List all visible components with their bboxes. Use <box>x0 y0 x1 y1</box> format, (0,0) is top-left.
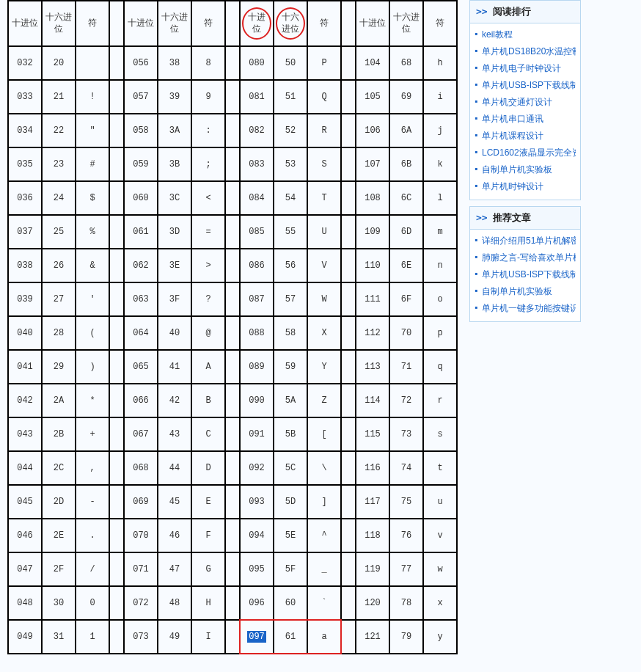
cell-text: 061 <box>133 227 149 237</box>
cell-text: Z <box>321 395 326 406</box>
cell-char: 8 <box>191 46 225 80</box>
cell-hex: 22 <box>42 114 76 147</box>
column-gap <box>225 80 240 114</box>
cell-dec: 080 <box>240 46 274 80</box>
column-gap <box>225 1 240 46</box>
cell-dec: 094 <box>240 519 274 552</box>
cell-text: 48 <box>169 598 180 608</box>
column-gap <box>341 181 356 215</box>
sidebar-link[interactable]: 自制单片机实验板 <box>482 286 552 296</box>
sidebar-link[interactable]: 单片机电子时钟设计 <box>482 63 561 73</box>
cell-hex: 70 <box>389 316 423 350</box>
header-char: 符 <box>423 1 457 46</box>
cell-text: 57 <box>285 294 296 304</box>
cell-text: ` <box>321 598 326 608</box>
sidebar-link[interactable]: 单片机串口通讯 <box>482 114 543 124</box>
cell-text: 3F <box>169 294 180 304</box>
cell-dec: 091 <box>240 417 274 451</box>
cell-dec: 048 <box>8 586 42 620</box>
sidebar-link[interactable]: 自制单片机实验板 <box>482 164 552 175</box>
sidebar-link[interactable]: 单片机USB-ISP下载线制作 <box>482 80 576 90</box>
cell-hex: 2B <box>42 417 76 451</box>
cell-text: 5D <box>285 497 296 507</box>
sidebar-list: 详细介绍用51单片机解密肺腑之言-写给喜欢单片机单片机USB-ISP下载线制作自… <box>470 230 580 321</box>
cell-dec: 088 <box>240 316 274 350</box>
cell-text: W <box>321 294 326 304</box>
cell-char: a <box>307 620 341 654</box>
column-gap <box>109 147 124 181</box>
sidebar-link[interactable]: LCD1602液晶显示完全资料 <box>482 147 576 158</box>
header-dec: 十进位 <box>124 1 158 46</box>
cell-hex: 2E <box>42 519 76 552</box>
cell-text: 092 <box>249 463 265 473</box>
sidebar-item: 单片机USB-ISP下载线制作 <box>475 77 576 94</box>
cell-dec: 118 <box>356 519 389 552</box>
cell-text: j <box>437 125 442 136</box>
column-gap <box>225 350 240 384</box>
table-row: 0462E.07046F0945E^11876v <box>8 519 457 552</box>
sidebar-link[interactable]: 单片机一键多功能按键识别 <box>482 303 576 313</box>
sidebar-item: 单片机时钟设计 <box>475 178 576 195</box>
header-hex: 十六进位 <box>274 1 307 46</box>
cell-text: 093 <box>249 497 265 507</box>
cell-text: 105 <box>365 92 381 102</box>
cell-text: 59 <box>285 362 296 372</box>
cell-text: D <box>205 463 210 473</box>
header-dec: 十进位 <box>8 1 42 46</box>
cell-hex: 6D <box>389 215 423 249</box>
sidebar-link[interactable]: 单片机时钟设计 <box>482 181 543 191</box>
sidebar-item: 自制单片机实验板 <box>475 283 576 300</box>
cell-hex: 24 <box>42 181 76 215</box>
cell-hex: 69 <box>389 80 423 114</box>
column-gap <box>341 215 356 249</box>
cell-text: 090 <box>249 395 265 406</box>
cell-hex: 71 <box>389 350 423 384</box>
column-gap <box>341 249 356 282</box>
column-gap <box>109 417 124 451</box>
cell-dec: 065 <box>124 350 158 384</box>
cell-dec: 068 <box>124 451 158 485</box>
table-row: 03321!05739908151Q10569i <box>8 80 457 114</box>
cell-text: P <box>321 58 326 68</box>
sidebar-link[interactable]: 单片机课程设计 <box>482 131 543 141</box>
sidebar-link[interactable]: 单片机交通灯设计 <box>482 97 552 107</box>
cell-text: 43 <box>169 429 180 439</box>
column-gap <box>341 114 356 147</box>
red-circle-annotation: 十六进位 <box>276 7 305 40</box>
cell-text: 058 <box>133 125 149 136</box>
cell-char: X <box>307 316 341 350</box>
cell-text: 057 <box>133 92 149 102</box>
cell-text: 47 <box>169 564 180 574</box>
cell-char: ? <box>191 282 225 316</box>
sidebar-link[interactable]: 肺腑之言-写给喜欢单片机 <box>482 252 576 263</box>
cell-char: @ <box>191 316 225 350</box>
sidebar-link[interactable]: 详细介绍用51单片机解密 <box>482 235 576 246</box>
cell-text: 056 <box>133 58 149 68</box>
cell-char: ) <box>76 350 109 384</box>
sidebar-link[interactable]: keil教程 <box>482 29 513 40</box>
cell-char: > <box>191 249 225 282</box>
cell-dec: 096 <box>240 586 274 620</box>
sidebar-link[interactable]: 单片机DS18B20水温控制系 <box>482 46 576 56</box>
cell-hex: 5F <box>274 552 307 586</box>
sidebar-link[interactable]: 单片机USB-ISP下载线制作 <box>482 269 576 280</box>
cell-char: H <box>191 586 225 620</box>
cell-dec: 095 <box>240 552 274 586</box>
cell-text: 043 <box>17 429 33 439</box>
cell-dec: 104 <box>356 46 389 80</box>
cell-text: 038 <box>17 260 33 271</box>
cell-dec: 119 <box>356 552 389 586</box>
column-gap <box>109 1 124 46</box>
table-row: 04028(06440@08858X11270p <box>8 316 457 350</box>
sidebar-list: keil教程单片机DS18B20水温控制系单片机电子时钟设计单片机USB-ISP… <box>470 23 580 200</box>
column-gap <box>109 620 124 654</box>
cell-text: u <box>437 497 442 507</box>
cell-text: 069 <box>133 497 149 507</box>
column-gap <box>225 384 240 417</box>
cell-char: \ <box>307 451 341 485</box>
cell-dec: 070 <box>124 519 158 552</box>
column-gap <box>225 586 240 620</box>
cell-hex: 77 <box>389 552 423 586</box>
cell-char: # <box>76 147 109 181</box>
cell-hex: 60 <box>274 586 307 620</box>
